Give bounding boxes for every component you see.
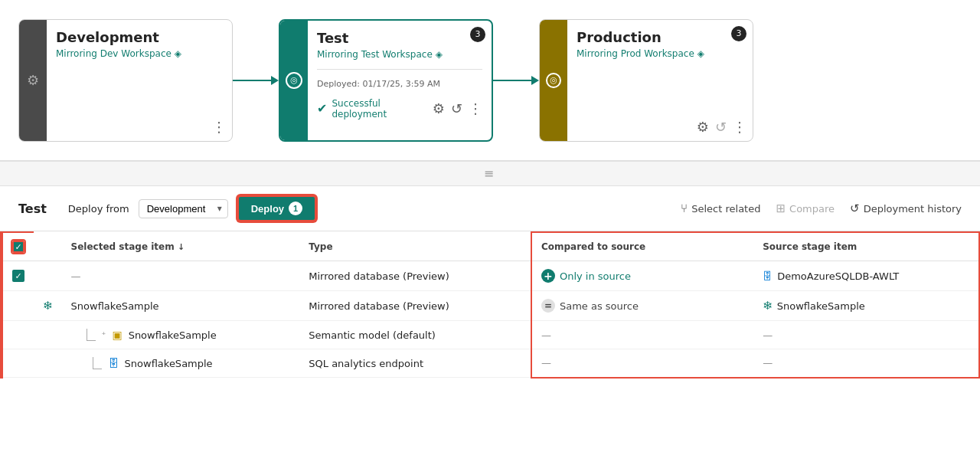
deployment-history-icon: ↺ bbox=[850, 202, 860, 215]
row1-status: + Only in source bbox=[541, 269, 744, 283]
stage-dev-title: Development bbox=[56, 29, 223, 45]
stage-test-bar: ◎ bbox=[280, 21, 308, 140]
row4-compared-cell: — bbox=[531, 349, 753, 378]
row3-compared: — bbox=[541, 329, 551, 341]
test-badge: 3 bbox=[470, 27, 485, 42]
stage-test-deploy-icon: ◎ bbox=[286, 72, 302, 89]
deploy-badge: 1 bbox=[289, 202, 302, 215]
row1-checkbox[interactable]: ✓ bbox=[12, 270, 24, 282]
sort-icon[interactable]: ↓ bbox=[178, 242, 185, 252]
row4-name: SnowflakeSample bbox=[125, 358, 213, 369]
header-checkbox[interactable]: ✓ bbox=[12, 241, 24, 253]
row3-type-cell: Semantic model (default) bbox=[299, 321, 531, 349]
row2-name-cell: SnowflakeSample bbox=[62, 291, 300, 321]
row2-icon-cell: ❄ bbox=[34, 291, 62, 321]
deploy-button[interactable]: Deploy 1 bbox=[237, 195, 316, 221]
row2-type: Mirrored database (Preview) bbox=[309, 300, 449, 312]
divider-dots: ≡ bbox=[484, 166, 496, 181]
row2-source-cell: ❄ SnowflakeSample bbox=[753, 291, 979, 321]
test-divider bbox=[317, 69, 482, 70]
deploy-button-label: Deploy bbox=[251, 203, 284, 215]
row3-tree-dot: ⁺ bbox=[102, 330, 106, 340]
test-deploy-info: Deployed: 01/17/25, 3:59 AM bbox=[317, 79, 482, 92]
row1-type-cell: Mirrored database (Preview) bbox=[299, 261, 531, 291]
row2-compared-cell: = Same as source bbox=[531, 291, 753, 321]
stage-dev-bar: ⚙ bbox=[19, 20, 47, 141]
bottom-panel: Test Deploy from Development Deploy 1 ⑂ … bbox=[0, 186, 980, 379]
th-compared-label: Compared to source bbox=[541, 241, 645, 252]
row1-name-cell: — bbox=[62, 261, 300, 291]
row2-source-wrapper: ❄ SnowflakeSample bbox=[763, 299, 969, 313]
stage-dev-footer: ⋮ bbox=[212, 119, 226, 135]
row3-tree-indent: ⁺ ▣ SnowflakeSample bbox=[71, 329, 291, 341]
row3-name: SnowflakeSample bbox=[129, 329, 217, 341]
dev-diamond-icon: ◈ bbox=[175, 48, 181, 59]
compare-label: Compare bbox=[789, 203, 835, 215]
pipeline-area: ⚙ Development Mirroring Dev Workspace ◈ … bbox=[0, 0, 980, 161]
row2-source-name: SnowflakeSample bbox=[777, 300, 865, 312]
th-type-label: Type bbox=[309, 241, 332, 252]
table-row: 🗄 SnowflakeSample SQL analytics endpoint… bbox=[0, 349, 979, 378]
deploy-from-dropdown[interactable]: Development bbox=[139, 199, 228, 218]
panel-title: Test bbox=[18, 202, 47, 216]
dev-more-icon[interactable]: ⋮ bbox=[212, 119, 226, 135]
row4-tree-branch bbox=[93, 357, 102, 369]
sql-endpoint-icon: 🗄 bbox=[108, 357, 119, 369]
row1-source-db-icon: 🗄 bbox=[763, 270, 773, 282]
th-type: Type bbox=[299, 232, 531, 261]
table-row: ❄ SnowflakeSample Mirrored database (Pre… bbox=[0, 291, 979, 321]
th-checkbox: ✓ bbox=[0, 232, 34, 261]
row4-icon-cell bbox=[34, 349, 62, 378]
row1-type: Mirrored database (Preview) bbox=[309, 270, 449, 282]
row2-equal-icon: = bbox=[541, 299, 555, 313]
row4-type-cell: SQL analytics endpoint bbox=[299, 349, 531, 378]
test-history-icon[interactable]: ↺ bbox=[451, 100, 462, 116]
test-deploy-action-icon[interactable]: ⚙ bbox=[433, 100, 445, 116]
stage-development: ⚙ Development Mirroring Dev Workspace ◈ … bbox=[18, 19, 233, 142]
compare-action[interactable]: ⊞ Compare bbox=[776, 202, 835, 215]
row1-compared-label: Only in source bbox=[560, 270, 631, 282]
th-source: Source stage item bbox=[753, 232, 979, 261]
row4-source-name: — bbox=[763, 357, 773, 369]
data-table: ✓ Selected stage item ↓ Type Compared to… bbox=[0, 231, 980, 379]
th-name-label: Selected stage item bbox=[71, 241, 175, 252]
row3-name-cell: ⁺ ▣ SnowflakeSample bbox=[62, 321, 300, 349]
table-row: ✓ — Mirrored database (Preview) + Only i… bbox=[0, 261, 979, 291]
deployment-history-action[interactable]: ↺ Deployment history bbox=[850, 202, 962, 215]
row4-name-cell: 🗄 SnowflakeSample bbox=[62, 349, 300, 378]
table-row: ⁺ ▣ SnowflakeSample Semantic model (defa… bbox=[0, 321, 979, 349]
row4-checkbox-cell bbox=[0, 349, 34, 378]
row3-compared-cell: — bbox=[531, 321, 753, 349]
th-compared: Compared to source bbox=[531, 232, 753, 261]
row4-tree-indent: 🗄 SnowflakeSample bbox=[71, 357, 291, 369]
divider-handle[interactable]: ≡ bbox=[0, 161, 980, 186]
stage-test-subtitle: Mirroring Test Workspace ◈ bbox=[317, 49, 482, 60]
deploy-from-dropdown-wrapper[interactable]: Development bbox=[139, 199, 228, 218]
stage-prod-footer: ⚙ ↺ ⋮ bbox=[697, 119, 746, 135]
arrow-head-1 bbox=[271, 76, 279, 85]
test-more-icon[interactable]: ⋮ bbox=[469, 100, 482, 116]
row2-status: = Same as source bbox=[541, 299, 744, 313]
arrow-line-2 bbox=[493, 80, 531, 81]
row2-source-icon: ❄ bbox=[763, 299, 773, 313]
prod-more-icon[interactable]: ⋮ bbox=[733, 119, 746, 135]
stage-production: ◎ Production Mirroring Prod Workspace ◈ … bbox=[539, 19, 753, 142]
th-icon bbox=[34, 232, 62, 261]
row3-source-name: — bbox=[763, 329, 773, 341]
row3-tree-branch bbox=[87, 329, 96, 341]
compare-icon: ⊞ bbox=[776, 202, 786, 215]
test-diamond-icon: ◈ bbox=[436, 49, 443, 60]
row1-icon-cell bbox=[34, 261, 62, 291]
select-related-action[interactable]: ⑂ Select related bbox=[681, 202, 760, 215]
row4-compared: — bbox=[541, 357, 551, 369]
test-status: ✔ Successful deployment bbox=[317, 98, 420, 120]
row1-source-name: DemoAzureSQLDB-AWLT bbox=[777, 270, 899, 282]
stage-dev-subtitle: Mirroring Dev Workspace ◈ bbox=[56, 48, 223, 59]
prod-gear-icon[interactable]: ⚙ bbox=[697, 119, 709, 135]
row1-name: — bbox=[71, 270, 81, 282]
arrow-dev-test bbox=[233, 76, 279, 85]
left-selection-bar bbox=[0, 231, 3, 379]
row1-compared-cell: + Only in source bbox=[531, 261, 753, 291]
deploy-from-label: Deploy from bbox=[68, 203, 129, 215]
th-source-label: Source stage item bbox=[763, 241, 857, 252]
